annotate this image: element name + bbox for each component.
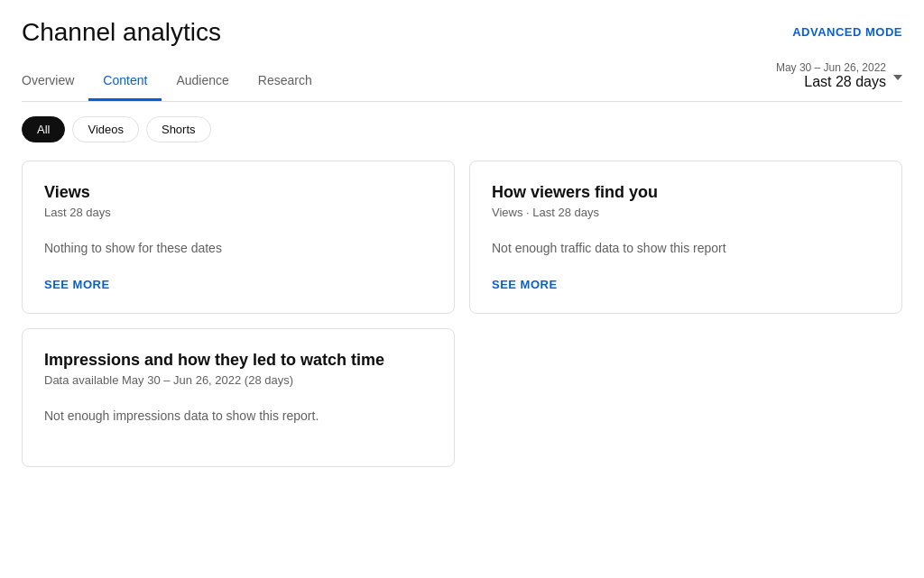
tab-audience[interactable]: Audience (162, 62, 243, 101)
impressions-card-title: Impressions and how they led to watch ti… (44, 351, 432, 370)
views-card-title: Views (44, 183, 432, 202)
tab-research[interactable]: Research (244, 62, 327, 101)
tab-overview[interactable]: Overview (22, 62, 88, 101)
chevron-down-icon (893, 75, 902, 80)
how-viewers-card-subtitle: Views · Last 28 days (492, 206, 880, 219)
cards-bottom-grid: Impressions and how they led to watch ti… (22, 328, 902, 467)
cards-top-grid: Views Last 28 days Nothing to show for t… (22, 161, 902, 314)
tab-content[interactable]: Content (88, 62, 162, 101)
tabs-left: Overview Content Audience Research (22, 62, 327, 100)
date-range-label: Last 28 days (804, 74, 886, 89)
pill-all[interactable]: All (22, 116, 65, 142)
views-see-more-link[interactable]: SEE MORE (44, 278, 110, 291)
impressions-card-empty-message: Not enough impressions data to show this… (44, 408, 432, 423)
pill-shorts[interactable]: Shorts (146, 116, 211, 142)
views-card-empty-message: Nothing to show for these dates (44, 241, 432, 255)
impressions-card-subtitle: Data available May 30 – Jun 26, 2022 (28… (44, 373, 432, 387)
how-viewers-see-more-link[interactable]: SEE MORE (492, 278, 558, 291)
header: Channel analytics ADVANCED MODE (22, 18, 902, 47)
how-viewers-card-title: How viewers find you (492, 183, 880, 202)
how-viewers-card-empty-message: Not enough traffic data to show this rep… (492, 241, 880, 255)
tabs-row: Overview Content Audience Research May 3… (22, 61, 902, 102)
how-viewers-card: How viewers find you Views · Last 28 day… (469, 161, 902, 314)
pill-videos[interactable]: Videos (72, 116, 139, 142)
views-card: Views Last 28 days Nothing to show for t… (22, 161, 455, 314)
advanced-mode-button[interactable]: ADVANCED MODE (792, 18, 902, 46)
page-container: Channel analytics ADVANCED MODE Overview… (0, 0, 924, 467)
page-title: Channel analytics (22, 18, 221, 47)
impressions-card: Impressions and how they led to watch ti… (22, 328, 455, 467)
date-range-small: May 30 – Jun 26, 2022 (776, 61, 886, 74)
date-selector[interactable]: May 30 – Jun 26, 2022 Last 28 days (776, 61, 902, 101)
filter-pills: All Videos Shorts (22, 116, 902, 142)
views-card-subtitle: Last 28 days (44, 206, 432, 219)
date-selector-text: May 30 – Jun 26, 2022 Last 28 days (776, 61, 886, 90)
